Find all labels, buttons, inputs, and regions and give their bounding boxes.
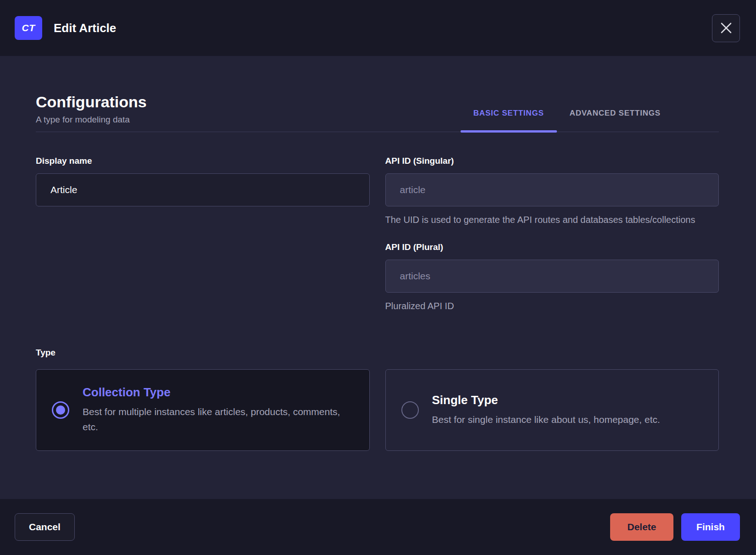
- single-type-card[interactable]: Single Type Best for single instance lik…: [385, 369, 719, 451]
- type-options: Collection Type Best for multiple instan…: [36, 369, 719, 451]
- close-icon: [720, 22, 732, 34]
- single-type-text: Single Type Best for single instance lik…: [432, 393, 660, 427]
- tab-advanced-settings[interactable]: ADVANCED SETTINGS: [557, 109, 673, 132]
- collection-type-description: Best for multiple instances like article…: [83, 405, 344, 434]
- page-title: Configurations: [36, 93, 147, 111]
- collection-type-text: Collection Type Best for multiple instan…: [83, 385, 344, 434]
- collection-type-title: Collection Type: [83, 385, 344, 400]
- modal-body: Configurations A type for modeling data …: [0, 56, 756, 499]
- single-type-title: Single Type: [432, 393, 660, 407]
- single-type-description: Best for single instance like about us, …: [432, 412, 660, 427]
- modal-title: Edit Article: [54, 21, 116, 35]
- footer-actions: Delete Finish: [610, 513, 740, 541]
- settings-tabs: BASIC SETTINGS ADVANCED SETTINGS: [461, 109, 673, 132]
- display-name-field: Display name: [36, 156, 370, 206]
- radio-dot: [56, 405, 65, 415]
- display-name-label: Display name: [36, 156, 370, 166]
- api-id-singular-label: API ID (Singular): [385, 156, 719, 166]
- api-id-plural-helper: Pluralized API ID: [385, 300, 697, 313]
- api-id-plural-input: [385, 260, 719, 293]
- api-id-plural-field: API ID (Plural) Pluralized API ID: [385, 242, 719, 313]
- api-id-plural-label: API ID (Plural): [385, 242, 719, 252]
- api-id-singular-field: API ID (Singular) The UID is used to gen…: [385, 156, 719, 227]
- radio-unselected-icon[interactable]: [401, 401, 419, 419]
- configuration-form: Display name API ID (Singular) The UID i…: [36, 156, 719, 313]
- type-section: Type Collection Type Best for multiple i…: [36, 348, 719, 451]
- modal-footer: Cancel Delete Finish: [0, 499, 756, 555]
- page-subtitle: A type for modeling data: [36, 115, 147, 125]
- cancel-button[interactable]: Cancel: [15, 513, 75, 541]
- section-head: Configurations A type for modeling data …: [36, 93, 719, 132]
- content-type-badge-label: CT: [22, 22, 35, 33]
- content-type-badge: CT: [15, 16, 42, 40]
- finish-button[interactable]: Finish: [681, 513, 740, 541]
- close-button[interactable]: [712, 14, 740, 42]
- modal-header: CT Edit Article: [0, 0, 756, 56]
- tab-basic-settings[interactable]: BASIC SETTINGS: [461, 109, 557, 132]
- section-head-text: Configurations A type for modeling data: [36, 93, 147, 132]
- delete-button[interactable]: Delete: [610, 513, 673, 541]
- display-name-input[interactable]: [36, 173, 370, 206]
- type-label: Type: [36, 348, 719, 358]
- radio-selected-icon[interactable]: [52, 401, 69, 419]
- collection-type-card[interactable]: Collection Type Best for multiple instan…: [36, 369, 370, 451]
- api-id-singular-helper: The UID is used to generate the API rout…: [385, 213, 697, 227]
- api-id-singular-input: [385, 173, 719, 206]
